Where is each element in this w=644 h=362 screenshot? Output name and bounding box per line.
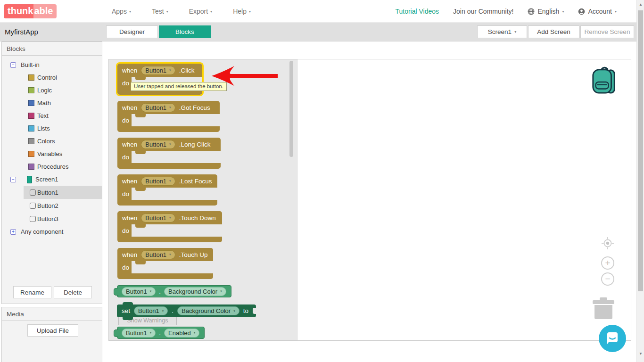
property-dropdown[interactable]: Background Color▾ — [164, 287, 226, 296]
chevron-down-icon: ▾ — [194, 331, 196, 335]
connector-notch — [135, 114, 146, 117]
component-dropdown[interactable]: Button1▾ — [141, 140, 175, 149]
scroll-down-icon[interactable]: ▼ — [637, 352, 644, 356]
component-dropdown[interactable]: Button1▾ — [122, 287, 156, 296]
rename-button[interactable]: Rename — [13, 286, 51, 298]
dot-separator: . — [159, 288, 161, 295]
block-when-button1-touch-down[interactable]: whenButton1▾.Touch Down do — [117, 211, 222, 242]
flyout-scrollbar[interactable] — [289, 61, 293, 157]
top-header: thunkable Apps▾ Test▾ Export▾ Help▾ Tuto… — [0, 0, 644, 23]
tab-blocks[interactable]: Blocks — [159, 25, 211, 38]
tree-item-control[interactable]: Control — [2, 71, 102, 84]
delete-button[interactable]: Delete — [54, 286, 92, 298]
tree-item-procedures[interactable]: Procedures — [2, 160, 102, 173]
tree-item-math[interactable]: Math — [2, 97, 102, 109]
component-dropdown[interactable]: Button1▾ — [141, 250, 175, 259]
tree-item-any-component[interactable]: + Any component — [2, 225, 102, 238]
chevron-down-icon: ▾ — [169, 68, 171, 72]
upload-file-button[interactable]: Upload File — [27, 324, 78, 337]
dot-separator: . — [159, 329, 161, 337]
menu-apps[interactable]: Apps▾ — [112, 8, 131, 15]
recenter-button[interactable] — [601, 237, 614, 250]
tree-item-text[interactable]: Text — [2, 109, 102, 122]
trash-icon[interactable] — [593, 297, 614, 319]
thunkable-logo[interactable]: thunkable — [4, 4, 57, 18]
menu-export[interactable]: Export▾ — [189, 8, 212, 15]
component-dropdown[interactable]: Button1▾ — [134, 306, 168, 315]
menu-help[interactable]: Help▾ — [233, 8, 251, 15]
block-when-button1-lost-focus[interactable]: whenButton1▾.Lost Focus do — [117, 174, 217, 206]
add-screen-button[interactable]: Add Screen — [528, 25, 579, 38]
button-component-icon — [30, 189, 36, 196]
block-when-button1-long-click[interactable]: whenButton1▾.Long Click do — [117, 138, 221, 169]
scroll-up-icon[interactable]: ▲ — [637, 2, 644, 7]
control-color-icon — [28, 74, 34, 81]
block-bottom — [117, 126, 220, 132]
property-dropdown[interactable]: Enabled▾ — [164, 329, 199, 337]
remove-screen-button[interactable]: Remove Screen — [580, 25, 634, 38]
tutorial-videos-link[interactable]: Tutorial Videos — [395, 8, 439, 15]
component-dropdown[interactable]: Button1▾ — [141, 214, 175, 222]
red-arrow-annotation — [209, 65, 280, 87]
tree-item-variables[interactable]: Variables — [2, 148, 102, 160]
chevron-down-icon: ▾ — [129, 9, 131, 14]
chevron-down-icon: ▾ — [169, 179, 171, 183]
block-when-button1-got-focus[interactable]: whenButton1▾.Got Focus do — [117, 101, 220, 132]
scrollbar-thumb[interactable] — [638, 10, 643, 291]
community-link[interactable]: Join our Community! — [453, 8, 513, 15]
project-toolbar: MyfirstApp Designer Blocks Screen1▾ Add … — [0, 23, 644, 41]
tree-item-button3[interactable]: Button3 — [24, 212, 102, 225]
menu-test[interactable]: Test▾ — [152, 8, 168, 15]
block-when-button1-touch-up[interactable]: whenButton1▾.Touch Up do — [117, 248, 213, 279]
chat-launcher[interactable] — [599, 325, 626, 352]
tree-item-colors[interactable]: Colors — [2, 135, 102, 148]
logo-text-right: able — [33, 4, 57, 18]
language-selector[interactable]: English▾ — [528, 8, 564, 15]
blocks-panel-header: Blocks — [2, 42, 102, 56]
procedures-color-icon — [28, 164, 34, 170]
tree-item-button1[interactable]: Button1 — [24, 186, 102, 199]
collapse-icon[interactable]: − — [10, 177, 16, 182]
chevron-down-icon: ▾ — [169, 253, 171, 256]
component-dropdown[interactable]: Button1▾ — [141, 66, 175, 75]
chevron-down-icon: ▾ — [150, 289, 152, 293]
component-dropdown[interactable]: Button1▾ — [141, 103, 175, 112]
connector-notch — [135, 151, 146, 154]
tree-item-button2[interactable]: Button2 — [24, 199, 102, 212]
do-slot — [132, 188, 217, 200]
do-slot — [132, 261, 213, 273]
collapse-icon[interactable]: − — [10, 62, 16, 68]
blocks-workspace[interactable]: whenButton1▾.Click do whenButton1▾.Got F… — [108, 59, 631, 341]
screen-selector[interactable]: Screen1▾ — [477, 25, 527, 38]
button-component-icon — [30, 216, 36, 222]
backpack-icon[interactable] — [591, 66, 618, 97]
dot-separator: . — [172, 307, 173, 314]
account-menu[interactable]: Account▾ — [578, 8, 617, 15]
tree-item-logic[interactable]: Logic — [2, 84, 102, 97]
tree-item-built-in[interactable]: − Built-in — [2, 58, 102, 71]
page-scrollbar[interactable]: ▲ ▼ — [636, 0, 644, 362]
tree-item-lists[interactable]: Lists — [2, 122, 102, 135]
tab-designer[interactable]: Designer — [106, 25, 158, 38]
block-set-button1-background-color[interactable]: set Button1▾ . Background Color▾ to — [117, 304, 256, 317]
minus-icon: − — [605, 274, 610, 284]
property-dropdown[interactable]: Background Color▾ — [177, 306, 239, 315]
zoom-out-button[interactable]: − — [601, 272, 614, 286]
component-dropdown[interactable]: Button1▾ — [122, 329, 156, 337]
chevron-down-icon: ▾ — [615, 9, 617, 14]
button-component-icon — [30, 203, 36, 209]
chevron-down-icon: ▾ — [169, 106, 171, 109]
chevron-down-icon: ▾ — [150, 331, 152, 335]
chevron-down-icon: ▾ — [166, 9, 168, 14]
tree-item-screen1[interactable]: − Screen1 — [2, 173, 102, 186]
block-get-button1-enabled[interactable]: Button1▾ . Enabled▾ — [117, 327, 205, 339]
component-dropdown[interactable]: Button1▾ — [141, 177, 175, 186]
block-bottom — [117, 237, 222, 242]
zoom-in-button[interactable]: + — [601, 256, 614, 270]
project-title: MyfirstApp — [5, 23, 38, 41]
account-icon — [578, 8, 585, 15]
chevron-down-icon: ▾ — [233, 309, 235, 313]
globe-icon — [528, 8, 535, 15]
expand-icon[interactable]: + — [10, 229, 16, 235]
block-get-button1-background-color[interactable]: Button1▾ . Background Color▾ — [117, 285, 231, 297]
